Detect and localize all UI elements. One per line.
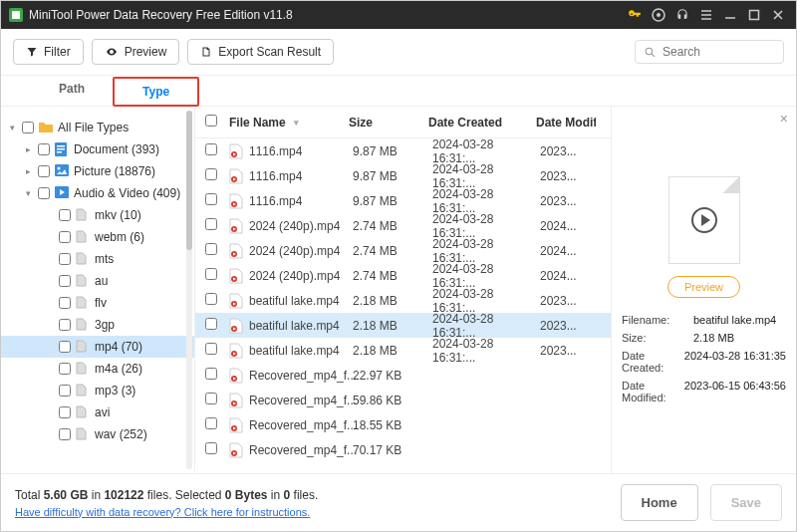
sidebar-item-mp3[interactable]: mp3 (3) — [1, 380, 194, 401]
row-checkbox[interactable] — [205, 218, 217, 230]
row-checkbox[interactable] — [205, 143, 217, 155]
main: File Name▾ Size Date Created Date Modif … — [195, 107, 796, 473]
tab-path[interactable]: Path — [31, 76, 113, 106]
tree-checkbox[interactable] — [38, 143, 50, 155]
table-row[interactable]: 1116.mp49.87 MB2024-03-28 16:31:...2023.… — [195, 138, 611, 163]
save-button[interactable]: Save — [710, 484, 782, 521]
minimize-icon[interactable] — [720, 5, 740, 25]
tree-checkbox[interactable] — [59, 428, 71, 440]
col-date-created[interactable]: Date Created — [428, 116, 536, 130]
table-row[interactable]: 2024 (240p).mp42.74 MB2024-03-28 16:31:.… — [195, 238, 611, 263]
file-icon — [76, 252, 90, 266]
table-row[interactable]: Recovered_mp4_f...22.97 KB — [195, 363, 611, 388]
search-box[interactable] — [635, 40, 784, 64]
close-preview-icon[interactable]: × — [780, 111, 788, 127]
video-file-icon — [229, 393, 245, 408]
row-checkbox[interactable] — [205, 268, 217, 280]
col-size[interactable]: Size — [349, 116, 428, 130]
menu-icon[interactable] — [696, 5, 716, 25]
export-label: Export Scan Result — [218, 45, 321, 59]
app-icon — [9, 8, 23, 22]
home-button[interactable]: Home — [621, 484, 698, 521]
close-icon[interactable] — [768, 5, 788, 25]
table-row[interactable]: beatiful lake.mp42.18 MB2024-03-28 16:31… — [195, 288, 611, 313]
preview-toolbar-button[interactable]: Preview — [92, 39, 180, 65]
eye-icon — [105, 46, 119, 58]
cell-name: beatiful lake.mp4 — [249, 294, 353, 308]
sidebar-item-mkv[interactable]: mkv (10) — [1, 204, 194, 226]
file-icon — [76, 274, 90, 288]
tree-checkbox[interactable] — [59, 253, 71, 265]
table-row[interactable]: Recovered_mp4_f...70.17 KB — [195, 437, 611, 462]
tree-checkbox[interactable] — [59, 231, 71, 243]
select-all-checkbox[interactable] — [205, 115, 217, 127]
row-checkbox[interactable] — [205, 393, 217, 404]
tree-checkbox[interactable] — [59, 341, 71, 353]
table-row[interactable]: 1116.mp49.87 MB2024-03-28 16:31:...2023.… — [195, 188, 611, 213]
row-checkbox[interactable] — [205, 193, 217, 205]
help-link[interactable]: Have difficulty with data recovery? Clic… — [15, 506, 609, 518]
chevron-right-icon[interactable]: ▸ — [23, 166, 33, 176]
row-checkbox[interactable] — [205, 368, 217, 380]
export-icon — [200, 46, 212, 58]
key-icon[interactable] — [625, 5, 645, 25]
tab-type[interactable]: Type — [113, 77, 199, 107]
sidebar-item-3gp[interactable]: 3gp — [1, 314, 194, 336]
row-checkbox[interactable] — [205, 343, 217, 355]
table-row[interactable]: 2024 (240p).mp42.74 MB2024-03-28 16:31:.… — [195, 263, 611, 288]
sidebar-item-au[interactable]: au — [1, 270, 194, 292]
sidebar-item-avi[interactable]: avi — [1, 401, 194, 423]
row-checkbox[interactable] — [205, 442, 217, 454]
col-date-modified[interactable]: Date Modif — [536, 116, 596, 130]
file-icon — [76, 208, 90, 222]
sidebar-item-webm[interactable]: webm (6) — [1, 226, 194, 248]
headset-icon[interactable] — [672, 5, 692, 25]
tree-checkbox[interactable] — [59, 275, 71, 287]
row-checkbox[interactable] — [205, 318, 217, 330]
search-input[interactable] — [663, 45, 772, 59]
filter-button[interactable]: Filter — [13, 39, 84, 65]
export-button[interactable]: Export Scan Result — [187, 39, 334, 65]
tree-checkbox[interactable] — [59, 319, 71, 331]
tree-checkbox[interactable] — [22, 122, 34, 133]
table-row[interactable]: beatiful lake.mp42.18 MB2024-03-28 16:31… — [195, 338, 611, 363]
sidebar-item-mp4[interactable]: mp4 (70) — [1, 336, 194, 358]
table-row[interactable]: 1116.mp49.87 MB2024-03-28 16:31:...2023.… — [195, 163, 611, 188]
table-row[interactable]: beatiful lake.mp42.18 MB2024-03-28 16:31… — [195, 313, 611, 338]
preview-pane: × Preview Filename:beatiful lake.mp4 Siz… — [612, 107, 796, 473]
tree-checkbox[interactable] — [38, 165, 50, 177]
row-checkbox[interactable] — [205, 293, 217, 305]
tree-audio-video[interactable]: ▾ Audio & Video (409) — [1, 182, 194, 204]
svg-rect-8 — [57, 148, 65, 150]
chevron-down-icon[interactable]: ▾ — [7, 123, 17, 133]
tree-checkbox[interactable] — [59, 385, 71, 397]
disc-icon[interactable] — [649, 5, 668, 25]
svg-rect-9 — [57, 151, 62, 153]
row-checkbox[interactable] — [205, 417, 217, 429]
col-file-name[interactable]: File Name▾ — [229, 116, 349, 130]
sidebar-item-flv[interactable]: flv — [1, 292, 194, 314]
tree-checkbox[interactable] — [59, 406, 71, 418]
tree-root[interactable]: ▾ All File Types — [1, 117, 194, 138]
tree-picture[interactable]: ▸ Picture (18876) — [1, 160, 194, 182]
table-row[interactable]: Recovered_mp4_f...18.55 KB — [195, 412, 611, 437]
sidebar-item-wav[interactable]: wav (252) — [1, 423, 194, 445]
maximize-icon[interactable] — [744, 5, 764, 25]
tree-checkbox[interactable] — [59, 297, 71, 309]
table-row[interactable]: Recovered_mp4_f...59.86 KB — [195, 388, 611, 412]
table-row[interactable]: 2024 (240p).mp42.74 MB2024-03-28 16:31:.… — [195, 213, 611, 238]
cell-created: 2024-03-28 16:31:... — [432, 312, 540, 340]
row-checkbox[interactable] — [205, 243, 217, 255]
preview-button[interactable]: Preview — [667, 276, 740, 298]
row-checkbox[interactable] — [205, 168, 217, 180]
scrollbar-thumb[interactable] — [186, 111, 192, 250]
tree-document[interactable]: ▸ Document (393) — [1, 138, 194, 160]
cell-size: 2.18 MB — [353, 319, 432, 333]
tree-checkbox[interactable] — [59, 209, 71, 221]
tree-checkbox[interactable] — [59, 363, 71, 375]
chevron-down-icon[interactable]: ▾ — [23, 188, 33, 198]
tree-checkbox[interactable] — [38, 187, 50, 199]
chevron-right-icon[interactable]: ▸ — [23, 144, 33, 154]
sidebar-item-m4a[interactable]: m4a (26) — [1, 358, 194, 380]
sidebar-item-mts[interactable]: mts — [1, 248, 194, 270]
